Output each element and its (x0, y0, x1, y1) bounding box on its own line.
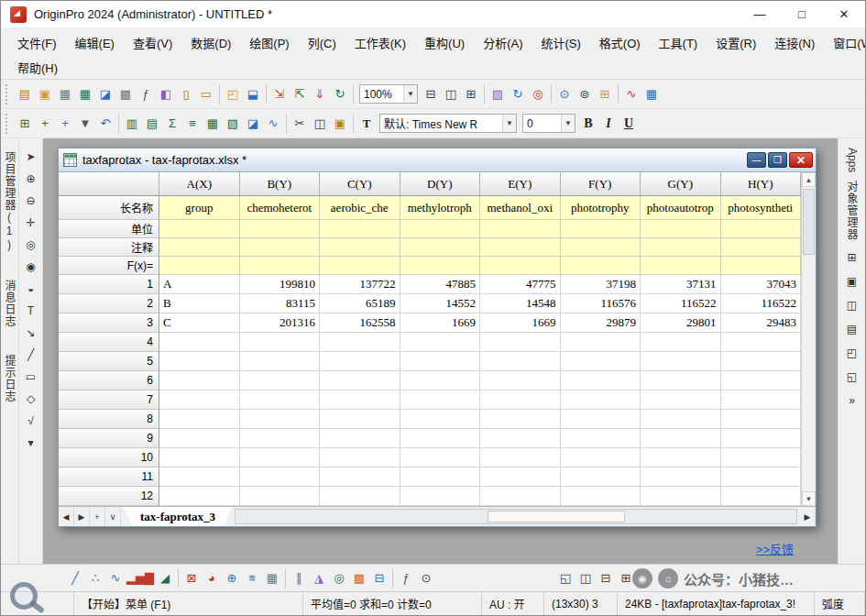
data-cell[interactable]: 37198 (561, 275, 641, 294)
header-cell[interactable]: methylotroph (400, 196, 481, 220)
data-cell[interactable] (400, 410, 481, 429)
data-cell[interactable] (480, 390, 561, 410)
menu-item[interactable]: 窗口(W) (824, 31, 866, 54)
toolbar-grip-2[interactable] (5, 114, 11, 134)
close-button[interactable]: ✕ (823, 1, 865, 28)
data-cell[interactable] (641, 371, 721, 390)
import-excel-icon[interactable]: ⇱ (290, 84, 310, 104)
data-cell[interactable] (480, 448, 561, 468)
header-cell[interactable] (159, 238, 240, 257)
data-cell[interactable] (721, 371, 802, 390)
minimize-button[interactable]: — (739, 1, 781, 28)
add-workbook-icon[interactable]: ⊞ (15, 114, 35, 134)
row-number[interactable]: 11 (59, 468, 159, 487)
rectangle-tool-icon[interactable]: ▭ (22, 368, 40, 386)
header-cell[interactable] (320, 238, 400, 257)
data-cell[interactable] (320, 448, 400, 468)
data-cell[interactable] (240, 487, 321, 506)
worksheet-navigator-icon[interactable]: ▤ (843, 320, 861, 338)
data-cell[interactable] (159, 333, 240, 352)
header-cell[interactable] (721, 220, 802, 238)
menu-item[interactable]: 工作表(K) (345, 31, 415, 54)
print-icon[interactable]: ⊟ (421, 84, 441, 104)
data-cell[interactable]: 116576 (561, 294, 641, 314)
column-header[interactable]: C(Y) (320, 172, 400, 196)
refresh-graph-icon[interactable]: ↻ (508, 84, 528, 104)
header-cell[interactable] (641, 238, 721, 257)
apps-tab[interactable]: Apps (846, 148, 859, 172)
data-cell[interactable] (240, 371, 321, 390)
freeze-panes-icon[interactable]: ▧ (223, 114, 243, 134)
data-cell[interactable] (641, 410, 721, 429)
data-cell[interactable] (641, 352, 721, 371)
dock-panel-icon[interactable]: ◱ (843, 368, 861, 386)
heatmap-plot-icon[interactable]: ▩ (349, 568, 369, 588)
paste-icon[interactable]: ▣ (330, 114, 350, 134)
data-cell[interactable] (561, 487, 641, 506)
header-cell[interactable] (561, 238, 641, 257)
data-reader-tool-icon[interactable]: ◎ (22, 236, 40, 254)
data-cell[interactable] (159, 487, 240, 506)
header-cell[interactable] (480, 220, 561, 238)
menu-item[interactable]: 列(C) (299, 31, 345, 54)
sheet-list-icon[interactable]: ∨ (105, 508, 121, 526)
cut-icon[interactable]: ✂ (290, 114, 310, 134)
workbook-title-bar[interactable]: taxfaprotax - tax-faprotax.xlsx * — ❐ ✕ (59, 148, 816, 172)
maximize-button[interactable]: □ (781, 1, 823, 28)
duplicate-window-icon[interactable]: ⊞ (461, 84, 481, 104)
data-cell[interactable] (400, 371, 481, 390)
data-cell[interactable] (721, 429, 802, 448)
data-cell[interactable] (721, 468, 802, 487)
data-cell[interactable]: 29483 (721, 314, 802, 333)
workbook-close-button[interactable]: ✕ (789, 152, 813, 168)
copy-graph-icon[interactable]: ◫ (441, 84, 461, 104)
horizontal-scrollbar[interactable] (235, 509, 797, 524)
data-cell[interactable]: 116522 (721, 294, 802, 314)
vertical-scroll-thumb[interactable] (803, 189, 815, 255)
data-cell[interactable] (320, 429, 400, 448)
sheet-tab[interactable]: tax-faprotax_3 (124, 507, 232, 526)
menu-item[interactable]: 数据(D) (181, 31, 240, 54)
header-cell[interactable] (240, 220, 321, 238)
hint-log-tab[interactable]: 提示日志 (2, 355, 17, 402)
header-cell[interactable] (159, 220, 240, 238)
data-cell[interactable] (641, 390, 721, 410)
data-cell[interactable] (561, 390, 641, 410)
workbook-window[interactable]: taxfaprotax - tax-faprotax.xlsx * — ❐ ✕ … (58, 148, 817, 527)
mini-toolbar-icon[interactable]: ▣ (843, 272, 861, 291)
data-cell[interactable] (240, 468, 321, 487)
menu-item[interactable]: 编辑(E) (66, 31, 124, 54)
workbook-restore-button[interactable]: ❐ (768, 152, 787, 168)
prev-sheet-icon[interactable]: ◀ (59, 508, 74, 526)
data-cell[interactable]: 116522 (641, 294, 721, 314)
header-cell[interactable]: phototrophy (561, 196, 641, 220)
new-graph-icon[interactable]: ◪ (95, 84, 115, 104)
zoom-in-tool-icon[interactable]: ⊕ (22, 170, 40, 188)
data-cell[interactable]: C (159, 314, 240, 333)
status-angle-unit[interactable]: 弧度 (815, 592, 865, 615)
data-cell[interactable] (240, 390, 321, 410)
data-cell[interactable] (561, 333, 641, 352)
bold-button[interactable]: B (578, 114, 598, 134)
recalculate-icon[interactable]: ↻ (330, 84, 350, 104)
data-cell[interactable] (320, 390, 400, 410)
data-cell[interactable] (561, 371, 641, 390)
data-cell[interactable] (721, 390, 802, 410)
horizontal-scroll-thumb[interactable] (488, 511, 625, 522)
pivot-table-icon[interactable]: ▦ (203, 114, 223, 134)
more-tools-icon[interactable]: ▾ (22, 434, 40, 452)
pin-window-icon[interactable]: ▼ (75, 114, 95, 134)
data-cell[interactable] (240, 352, 321, 371)
header-cell[interactable]: photoautotrop (641, 196, 721, 220)
row-number[interactable]: 8 (59, 410, 159, 429)
row-number[interactable]: 12 (59, 487, 159, 506)
equation-tool-icon[interactable]: √ (22, 412, 40, 430)
header-cell[interactable]: chemoheterot (240, 196, 321, 220)
workbook-minimize-button[interactable]: — (747, 152, 766, 168)
merge-cells-icon[interactable]: ▥ (122, 114, 142, 134)
data-cell[interactable] (561, 352, 641, 371)
data-cell[interactable] (400, 429, 481, 448)
3d-plot-icon[interactable]: ◮ (309, 568, 329, 588)
data-cell[interactable] (561, 429, 641, 448)
color-manager-icon[interactable]: ▨ (488, 84, 508, 104)
